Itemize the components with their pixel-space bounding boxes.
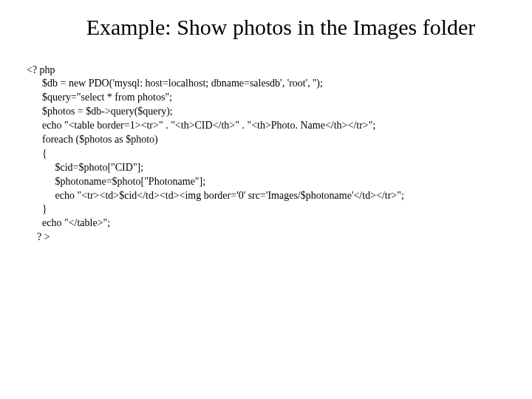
- code-line: {: [27, 148, 47, 159]
- code-line: echo "<table border=1><tr>" . "<th>CID</…: [27, 120, 375, 131]
- code-block: <? php $db = new PDO('mysql: host=localh…: [27, 64, 532, 245]
- code-line: $db = new PDO('mysql: host=localhost; db…: [27, 78, 323, 89]
- code-line: ? >: [27, 231, 50, 242]
- code-line: $query="select * from photos";: [27, 92, 172, 103]
- slide: Example: Show photos in the Images folde…: [0, 0, 532, 399]
- code-line: echo "<tr><td>$cid</td><td><img border='…: [27, 190, 404, 201]
- code-line: foreach ($photos as $photo): [27, 134, 158, 145]
- code-line: <? php: [27, 64, 55, 75]
- code-line: echo "</table>";: [27, 217, 110, 228]
- code-line: $cid=$photo["CID"];: [27, 162, 143, 173]
- code-line: }: [27, 203, 47, 214]
- code-line: $photoname=$photo["Photoname"];: [27, 176, 205, 187]
- slide-title: Example: Show photos in the Images folde…: [74, 13, 488, 41]
- code-line: $photos = $db->query($query);: [27, 106, 173, 117]
